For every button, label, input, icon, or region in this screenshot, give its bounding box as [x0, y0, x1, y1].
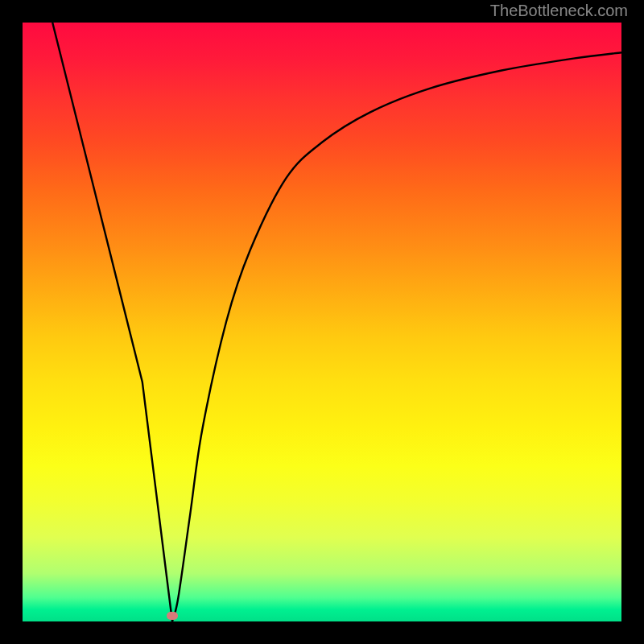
optimal-point-marker	[167, 612, 178, 620]
bottleneck-curve	[23, 23, 621, 621]
plot-area	[23, 23, 621, 621]
curve-left	[52, 23, 172, 621]
curve-right	[172, 52, 621, 621]
attribution-text: TheBottleneck.com	[490, 2, 628, 20]
